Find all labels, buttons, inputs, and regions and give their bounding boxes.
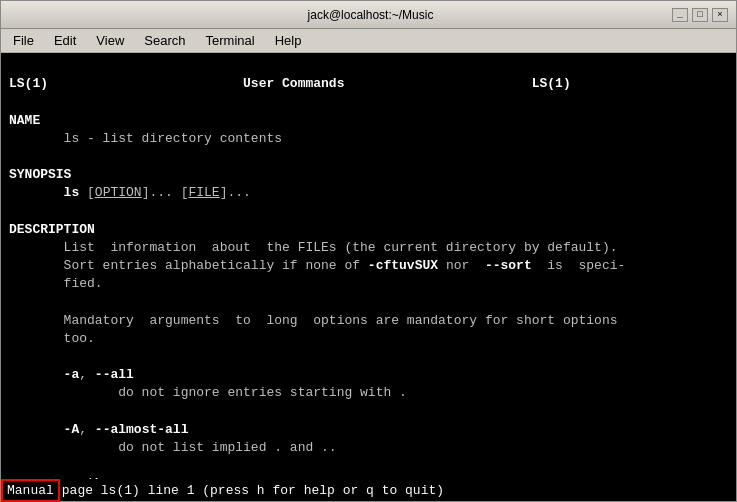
menu-terminal[interactable]: Terminal bbox=[198, 31, 263, 50]
titlebar-title: jack@localhost:~/Music bbox=[69, 8, 672, 22]
menu-file[interactable]: File bbox=[5, 31, 42, 50]
terminal-content: LS(1) User Commands LS(1) NAME ls - list… bbox=[9, 57, 728, 479]
menu-view[interactable]: View bbox=[88, 31, 132, 50]
terminal-body[interactable]: LS(1) User Commands LS(1) NAME ls - list… bbox=[1, 53, 736, 479]
status-text: page ls(1) line 1 (press h for help or q… bbox=[60, 483, 444, 498]
menubar: File Edit View Search Terminal Help bbox=[1, 29, 736, 53]
minimize-button[interactable]: _ bbox=[672, 8, 688, 22]
close-button[interactable]: × bbox=[712, 8, 728, 22]
manual-label: Manual bbox=[1, 479, 60, 502]
menu-edit[interactable]: Edit bbox=[46, 31, 84, 50]
titlebar-controls: _ □ × bbox=[672, 8, 728, 22]
menu-help[interactable]: Help bbox=[267, 31, 310, 50]
status-bar: Manual page ls(1) line 1 (press h for he… bbox=[1, 479, 736, 501]
titlebar: jack@localhost:~/Music _ □ × bbox=[1, 1, 736, 29]
terminal-window: jack@localhost:~/Music _ □ × File Edit V… bbox=[0, 0, 737, 502]
menu-search[interactable]: Search bbox=[136, 31, 193, 50]
maximize-button[interactable]: □ bbox=[692, 8, 708, 22]
